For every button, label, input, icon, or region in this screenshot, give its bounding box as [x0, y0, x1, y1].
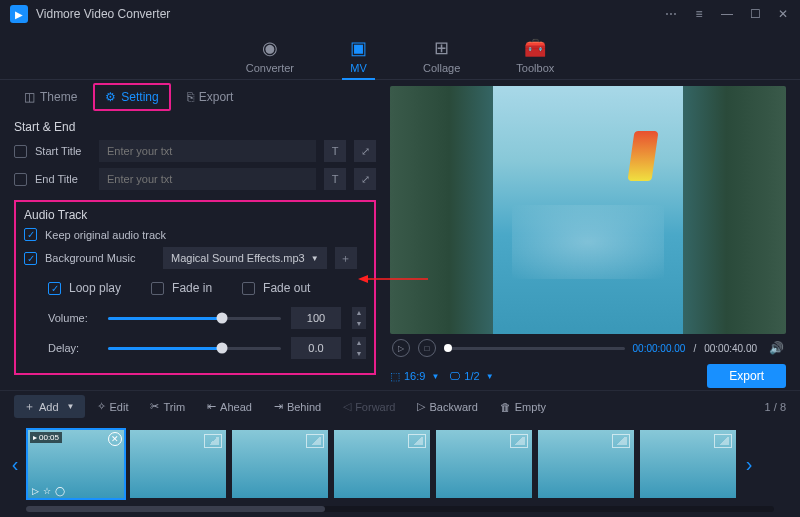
plus-icon: ＋: [24, 399, 35, 414]
settings-panel: ◫ Theme ⚙ Setting ⎘ Export Start & End S…: [0, 80, 390, 390]
play-button[interactable]: ▷: [392, 339, 410, 357]
ahead-icon: ⇤: [207, 400, 216, 413]
thumbnail-6[interactable]: [538, 430, 634, 498]
time-total: 00:00:40.00: [704, 343, 757, 354]
forward-icon: ◁: [343, 400, 351, 413]
nav-mv[interactable]: ▣ MV: [342, 28, 375, 79]
label-fadeout: Fade out: [263, 281, 310, 295]
subtabs: ◫ Theme ⚙ Setting ⎘ Export: [14, 80, 376, 114]
minimize-icon[interactable]: ―: [720, 7, 734, 21]
chevron-down-icon: ▼: [67, 402, 75, 411]
audio-track-section: Audio Track ✓ Keep original audio track …: [14, 200, 376, 375]
toolbox-icon: 🧰: [524, 37, 546, 59]
section-audio: Audio Track: [24, 208, 366, 222]
font-button[interactable]: T: [324, 140, 346, 162]
export-button[interactable]: Export: [707, 364, 786, 388]
strip-next[interactable]: ›: [742, 453, 756, 476]
image-icon: [204, 434, 222, 448]
add-button[interactable]: ＋Add▼: [14, 395, 85, 418]
thumbnail-5[interactable]: [436, 430, 532, 498]
expand-button-2[interactable]: ⤢: [354, 168, 376, 190]
preview-options: ⬚16:9▼ 🖵1/2▼ Export: [390, 362, 786, 390]
expand-button[interactable]: ⤢: [354, 140, 376, 162]
slider-delay[interactable]: [108, 347, 281, 350]
strip-prev[interactable]: ‹: [8, 453, 22, 476]
mv-icon: ▣: [350, 37, 367, 59]
image-icon: [408, 434, 426, 448]
trim-button[interactable]: ✂Trim: [140, 396, 195, 417]
thumbnail-strip: ‹ ▸ 00:05 ✕ ▷☆◯ ›: [0, 422, 800, 506]
slider-volume[interactable]: [108, 317, 281, 320]
aspect-icon: ⬚: [390, 370, 400, 383]
time-current: 00:00:00.00: [633, 343, 686, 354]
thumbnail-1[interactable]: ▸ 00:05 ✕ ▷☆◯: [28, 430, 124, 498]
section-start-end: Start & End: [14, 120, 376, 134]
ahead-button[interactable]: ⇤Ahead: [197, 396, 262, 417]
input-delay[interactable]: 0.0: [291, 337, 341, 359]
delay-down[interactable]: ▼: [352, 348, 366, 359]
checkbox-bg-music[interactable]: ✓: [24, 252, 37, 265]
trash-icon: 🗑: [500, 401, 511, 413]
titlebar: ▶ Vidmore Video Converter ⋯ ≡ ― ☐ ✕: [0, 0, 800, 28]
nav-collage[interactable]: ⊞ Collage: [415, 28, 468, 79]
thumb-close-icon[interactable]: ✕: [108, 432, 122, 446]
label-start-title: Start Title: [35, 145, 91, 157]
checkbox-end-title[interactable]: [14, 173, 27, 186]
image-icon: [714, 434, 732, 448]
checkbox-loop[interactable]: ✓: [48, 282, 61, 295]
tab-setting[interactable]: ⚙ Setting: [93, 83, 170, 111]
chevron-down-icon: ▼: [431, 372, 439, 381]
thumbnail-7[interactable]: [640, 430, 736, 498]
monitor-icon: 🖵: [449, 370, 460, 382]
label-keep-original: Keep original audio track: [45, 229, 166, 241]
volume-down[interactable]: ▼: [352, 318, 366, 329]
strip-scrollbar[interactable]: [26, 506, 774, 512]
input-start-title[interactable]: [99, 140, 316, 162]
checkbox-start-title[interactable]: [14, 145, 27, 158]
add-music-button[interactable]: ＋: [335, 247, 357, 269]
label-fadein: Fade in: [172, 281, 212, 295]
image-icon: [510, 434, 528, 448]
edit-button[interactable]: ✧Edit: [87, 396, 139, 417]
input-volume[interactable]: 100: [291, 307, 341, 329]
tab-theme[interactable]: ◫ Theme: [14, 85, 87, 109]
dropdown-bg-music[interactable]: Magical Sound Effects.mp3 ▼: [163, 247, 327, 269]
empty-button[interactable]: 🗑Empty: [490, 397, 556, 417]
backward-button[interactable]: ▷Backward: [407, 396, 487, 417]
image-icon: [306, 434, 324, 448]
label-end-title: End Title: [35, 173, 91, 185]
forward-button[interactable]: ◁Forward: [333, 396, 405, 417]
circle-icon: ◯: [55, 486, 65, 496]
timeline[interactable]: [444, 347, 625, 350]
input-end-title[interactable]: [99, 168, 316, 190]
gear-icon: ⚙: [105, 90, 116, 104]
scissors-icon: ✂: [150, 400, 159, 413]
delay-up[interactable]: ▲: [352, 337, 366, 348]
feedback-icon[interactable]: ⋯: [664, 7, 678, 21]
tab-export[interactable]: ⎘ Export: [177, 85, 244, 109]
label-bg-music: Background Music: [45, 252, 155, 264]
font-button-2[interactable]: T: [324, 168, 346, 190]
checkbox-fadein[interactable]: [151, 282, 164, 295]
volume-up[interactable]: ▲: [352, 307, 366, 318]
page-count: 1 / 8: [765, 401, 786, 413]
nav-converter[interactable]: ◉ Converter: [238, 28, 302, 79]
zoom-select[interactable]: 🖵1/2▼: [449, 370, 493, 382]
menu-icon[interactable]: ≡: [692, 7, 706, 21]
close-icon[interactable]: ✕: [776, 7, 790, 21]
behind-button[interactable]: ⇥Behind: [264, 396, 331, 417]
checkbox-keep-original[interactable]: ✓: [24, 228, 37, 241]
checkbox-fadeout[interactable]: [242, 282, 255, 295]
label-delay: Delay:: [48, 342, 98, 354]
stop-button[interactable]: □: [418, 339, 436, 357]
thumbnail-2[interactable]: [130, 430, 226, 498]
clip-toolbar: ＋Add▼ ✧Edit ✂Trim ⇤Ahead ⇥Behind ◁Forwar…: [0, 390, 800, 422]
label-volume: Volume:: [48, 312, 98, 324]
aspect-ratio-select[interactable]: ⬚16:9▼: [390, 370, 439, 383]
thumbnail-4[interactable]: [334, 430, 430, 498]
maximize-icon[interactable]: ☐: [748, 7, 762, 21]
nav-toolbox[interactable]: 🧰 Toolbox: [508, 28, 562, 79]
volume-icon[interactable]: 🔊: [769, 341, 784, 355]
thumb-duration: ▸ 00:05: [30, 432, 62, 443]
thumbnail-3[interactable]: [232, 430, 328, 498]
